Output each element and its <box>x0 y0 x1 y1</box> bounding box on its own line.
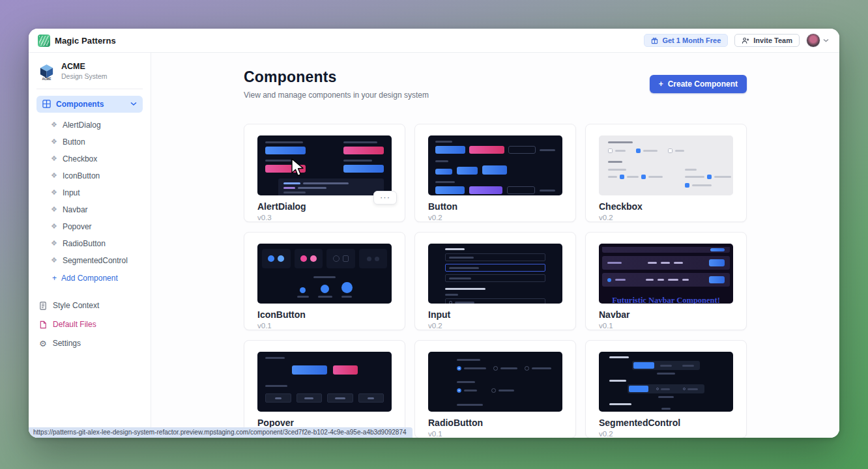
preview-pill <box>508 146 536 154</box>
sub-item-label: RadioButton <box>63 239 106 248</box>
component-diamond-icon: ❖ <box>51 121 57 128</box>
brand-name: Magic Patterns <box>55 36 116 46</box>
card-name: Button <box>428 201 562 212</box>
sub-item-label: SegmentedControl <box>63 256 128 265</box>
sidebar-item-iconbutton[interactable]: ❖IconButton <box>36 167 143 184</box>
button-preview[interactable] <box>428 135 562 195</box>
workspace-subtitle: Design System <box>61 72 108 81</box>
card-version: v0.2 <box>428 322 562 330</box>
card-version: v0.2 <box>599 430 733 438</box>
preview-text-line <box>435 181 455 183</box>
page-title: Components <box>244 68 429 86</box>
component-card-segmentedcontrol[interactable]: SegmentedControl v0.2 <box>585 340 747 438</box>
input-preview[interactable] <box>428 244 562 304</box>
component-diamond-icon: ❖ <box>51 138 57 145</box>
sidebar-item-style-context[interactable]: Style Context <box>36 296 143 315</box>
preview-radio <box>457 388 461 393</box>
sub-item-label: Popover <box>63 222 92 231</box>
page-header: Components View and manage components in… <box>244 68 747 100</box>
sidebar: ACME ACME Design System Components ❖Aler… <box>29 53 151 438</box>
page-header-text: Components View and manage components in… <box>244 68 429 100</box>
component-card-radiobutton[interactable]: RadioButton v0.1 <box>414 340 576 438</box>
workspace-name: ACME <box>61 62 108 72</box>
sidebar-item-checkbox[interactable]: ❖Checkbox <box>36 150 143 167</box>
person-plus-icon <box>742 37 749 44</box>
component-card-navbar[interactable]: Futuristic Navbar Component! Navbar v0.1 <box>585 232 747 330</box>
preview-pill <box>265 147 306 154</box>
preview-text-line <box>457 359 480 361</box>
card-version: v0.1 <box>428 430 562 438</box>
card-version: v0.2 <box>599 214 733 221</box>
preview-pill <box>469 186 502 194</box>
alertdialog-preview[interactable] <box>257 135 392 195</box>
card-more-button[interactable]: ··· <box>373 191 397 205</box>
sub-item-label: Button <box>63 137 85 147</box>
navbar-preview[interactable]: Futuristic Navbar Component! <box>599 244 733 304</box>
sidebar-divider <box>36 89 143 89</box>
preview-navbar <box>602 256 730 270</box>
component-card-alertdialog[interactable]: AlertDialog v0.3 ··· <box>244 124 405 222</box>
preview-text-line <box>457 404 483 406</box>
preview-segmented-control <box>628 384 704 393</box>
checkbox-preview[interactable] <box>599 135 733 195</box>
component-diamond-icon: ❖ <box>51 155 57 162</box>
preview-checkbox <box>641 175 646 179</box>
brand[interactable]: Magic Patterns <box>38 35 116 47</box>
sidebar-item-segmentedcontrol[interactable]: ❖SegmentedControl <box>36 252 143 269</box>
radiobutton-preview[interactable] <box>428 352 562 412</box>
sidebar-item-button[interactable]: ❖Button <box>36 134 143 150</box>
sidebar-item-alertdialog[interactable]: ❖AlertDialog <box>36 117 143 134</box>
create-component-button[interactable]: + Create Component <box>650 75 747 93</box>
plus-icon: + <box>52 274 57 283</box>
preview-text-line <box>609 356 629 358</box>
invite-team-button[interactable]: Invite Team <box>734 34 800 47</box>
component-card-input[interactable]: Input v0.2 <box>414 232 576 330</box>
sidebar-item-radiobutton[interactable]: ❖RadioButton <box>36 235 143 252</box>
file-icon <box>39 320 47 329</box>
preview-pill <box>292 365 327 375</box>
sidebar-item-components[interactable]: Components <box>36 96 143 113</box>
default-files-label: Default Files <box>53 320 96 329</box>
components-grid: AlertDialog v0.3 ··· <box>244 124 747 438</box>
preview-text-line <box>265 357 285 359</box>
preview-pill <box>469 146 504 154</box>
promo-button[interactable]: Get 1 Month Free <box>644 34 728 47</box>
preview-panel <box>326 249 355 268</box>
preview-panel <box>359 249 388 268</box>
component-card-checkbox[interactable]: Checkbox v0.2 <box>585 124 747 222</box>
sidebar-item-input[interactable]: ❖Input <box>36 184 143 201</box>
preview-text-line <box>608 141 633 143</box>
preview-pill <box>507 186 535 194</box>
preview-panel <box>295 249 323 268</box>
account-menu[interactable] <box>806 33 829 48</box>
card-version: v0.2 <box>428 214 562 221</box>
preview-text-line <box>313 276 336 278</box>
preview-text-line <box>435 160 448 162</box>
grid-icon <box>42 100 51 108</box>
segmentedcontrol-preview[interactable] <box>599 352 733 412</box>
workspace-switcher[interactable]: ACME ACME Design System <box>36 61 143 81</box>
window-body: ACME ACME Design System Components ❖Aler… <box>29 53 839 438</box>
add-component-button[interactable]: + Add Component <box>36 269 143 287</box>
preview-text-line <box>445 248 465 250</box>
component-card-iconbutton[interactable]: IconButton v0.1 <box>244 232 405 330</box>
component-card-button[interactable]: Button v0.2 <box>414 124 576 222</box>
component-diamond-icon: ❖ <box>51 240 57 247</box>
sidebar-item-navbar[interactable]: ❖Navbar <box>36 201 143 218</box>
iconbutton-preview[interactable] <box>257 244 392 304</box>
sidebar-item-popover[interactable]: ❖Popover <box>36 218 143 235</box>
preview-pill <box>333 365 358 375</box>
page-subtitle: View and manage components in your desig… <box>244 91 429 100</box>
avatar <box>806 33 820 48</box>
preview-text-line <box>608 161 622 163</box>
sidebar-item-settings[interactable]: ⚙ Settings <box>36 334 143 353</box>
sidebar-item-default-files[interactable]: Default Files <box>36 315 143 334</box>
card-name: Checkbox <box>599 201 733 212</box>
preview-text-line <box>435 141 452 143</box>
app-window: Magic Patterns Get 1 Month Free Invite T… <box>29 29 839 438</box>
popover-preview[interactable] <box>257 352 392 412</box>
component-card-popover[interactable]: Popover v0.2 <box>244 340 405 438</box>
card-name: RadioButton <box>428 418 562 428</box>
preview-radio <box>525 366 529 371</box>
preview-text-line <box>445 288 485 290</box>
